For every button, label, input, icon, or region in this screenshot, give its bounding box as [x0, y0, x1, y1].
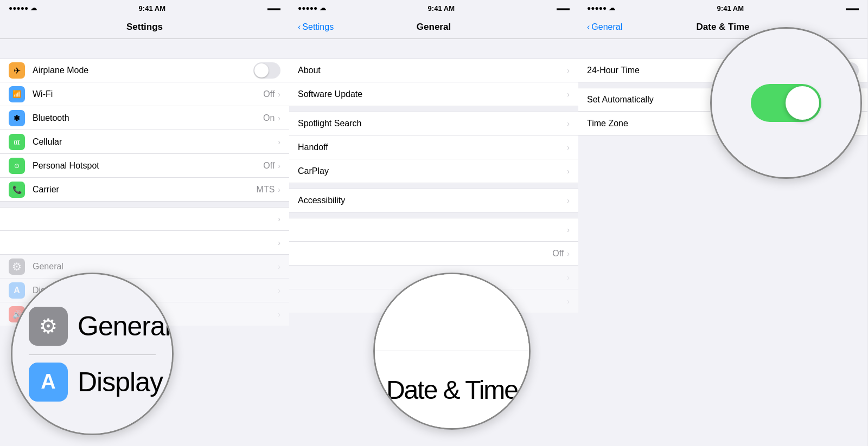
battery-2: ▬▬ [557, 4, 570, 12]
panel-2-general: ●●●●● ☁ 9:41 AM ▬▬ ‹ Settings General Ab… [289, 0, 578, 446]
section-header-1 [0, 39, 289, 59]
bluetooth-icon: ✱ [9, 110, 25, 126]
row-misc2-1[interactable]: › [289, 218, 578, 242]
misc2-2-chevron: › [567, 249, 570, 258]
nav-bar-1: Settings [0, 15, 289, 39]
software-chevron: › [567, 90, 570, 99]
misc2-4-chevron: › [567, 297, 570, 306]
general-label: General [33, 262, 278, 272]
wifi-value: Off [263, 89, 275, 99]
magnifier-circle-2: Date & Time [373, 273, 531, 430]
bluetooth-value: On [263, 113, 275, 123]
about-label: About [298, 66, 567, 75]
cellular-chevron: › [278, 138, 280, 146]
cellular-label: Cellular [33, 137, 278, 147]
display-icon: A [9, 282, 25, 299]
carplay-label: CarPlay [298, 166, 567, 176]
status-bar-2: ●●●●● ☁ 9:41 AM ▬▬ [289, 0, 578, 15]
carrier-value: MTS [257, 185, 275, 195]
airplane-toggle[interactable] [253, 62, 280, 79]
magnifier-1-general-text: General [78, 311, 170, 342]
bluetooth-label: Bluetooth [33, 113, 263, 123]
row-software-update[interactable]: Software Update › [289, 82, 578, 106]
status-bar-1: ●●●●● ☁ 9:41 AM ▬▬ [0, 0, 289, 15]
page-title-2: General [417, 22, 451, 33]
row-hotspot[interactable]: ⊙ Personal Hotspot Off › [0, 154, 289, 178]
magnifier-1-display-text: Display [78, 366, 163, 398]
row-airplane-mode[interactable]: ✈ Airplane Mode [0, 59, 289, 82]
about-chevron: › [567, 66, 570, 75]
airplane-label: Airplane Mode [33, 66, 253, 75]
row-accessibility[interactable]: Accessibility › [289, 189, 578, 212]
spotlight-chevron: › [567, 119, 570, 128]
misc2-3-chevron: › [567, 273, 570, 282]
carplay-chevron: › [567, 167, 570, 176]
row-general[interactable]: ⚙ General › [0, 255, 289, 279]
display-chevron: › [278, 286, 280, 295]
time-1: 9:41 AM [139, 4, 165, 12]
battery-3: ▬▬ [846, 4, 859, 12]
general-group-2: Spotlight Search › Handoff › CarPlay › [289, 112, 578, 183]
back-button-3[interactable]: ‹ General [587, 22, 622, 32]
nav-bar-2: ‹ Settings General [289, 15, 578, 39]
section-header-2 [289, 39, 578, 59]
wifi-label: Wi-Fi [33, 89, 263, 99]
row-misc-2[interactable]: › [0, 231, 289, 255]
back-chevron-3: ‹ [587, 22, 590, 32]
section-sep-2c [289, 212, 578, 218]
general-group-3: Accessibility › [289, 189, 578, 212]
row-misc-1[interactable]: › [0, 207, 289, 231]
general-group-1: About › Software Update › [289, 59, 578, 106]
hotspot-chevron: › [278, 161, 280, 170]
misc2-2-value: Off [552, 249, 564, 258]
bluetooth-chevron: › [278, 114, 280, 122]
misc-1-chevron: › [278, 215, 280, 223]
hotspot-label: Personal Hotspot [33, 161, 263, 171]
battery-1: ▬▬ [267, 4, 280, 12]
magnifier-circle-1: ⚙ General A Display [11, 273, 174, 435]
time-2: 9:41 AM [428, 4, 455, 12]
row-spotlight[interactable]: Spotlight Search › [289, 112, 578, 135]
section-sep-1 [0, 202, 289, 207]
row-carplay[interactable]: CarPlay › [289, 159, 578, 183]
row-bluetooth[interactable]: ✱ Bluetooth On › [0, 106, 289, 130]
general-icon: ⚙ [9, 258, 25, 275]
general-chevron: › [278, 262, 280, 271]
misc2-1-chevron: › [567, 225, 570, 234]
status-bar-3: ●●●●● ☁ 9:41 AM ▬▬ [578, 0, 867, 15]
row-handoff[interactable]: Handoff › [289, 135, 578, 159]
row-about[interactable]: About › [289, 59, 578, 82]
settings-group-1: ✈ Airplane Mode 📶 Wi-Fi Off › ✱ Bluetoot… [0, 59, 289, 202]
handoff-label: Handoff [298, 143, 567, 152]
accessibility-label: Accessibility [298, 196, 567, 205]
magnifier-circle-3 [710, 27, 862, 179]
panel-3-datetime: ●●●●● ☁ 9:41 AM ▬▬ ‹ General Date & Time… [578, 0, 867, 446]
page-title-3: Date & Time [697, 22, 750, 33]
wifi-icon: 📶 [9, 86, 25, 102]
misc-2-chevron: › [278, 238, 280, 247]
hotspot-icon: ⊙ [9, 158, 25, 174]
row-wifi[interactable]: 📶 Wi-Fi Off › [0, 82, 289, 106]
carrier-chevron: › [278, 185, 280, 194]
sounds-chevron: › [278, 310, 280, 319]
row-cellular[interactable]: ((( Cellular › [0, 130, 289, 154]
handoff-chevron: › [567, 143, 570, 152]
back-chevron-2: ‹ [298, 22, 301, 32]
carrier-label: Carrier [33, 185, 257, 195]
row-misc2-2[interactable]: Off › [289, 242, 578, 266]
software-label: Software Update [298, 89, 567, 99]
back-label-2: Settings [302, 22, 334, 32]
accessibility-chevron: › [567, 196, 570, 205]
section-sep-2a [289, 106, 578, 112]
page-title-1: Settings [126, 22, 163, 33]
signal-status-2: ●●●●● ☁ [298, 4, 326, 12]
nav-bar-3: ‹ General Date & Time [578, 15, 867, 39]
row-carrier[interactable]: 📞 Carrier MTS › [0, 178, 289, 202]
signal-status-1: ●●●●● ☁ [9, 4, 37, 12]
magnifier-3-toggle [751, 84, 821, 122]
spotlight-label: Spotlight Search [298, 119, 567, 128]
back-button-2[interactable]: ‹ Settings [298, 22, 334, 32]
panel-1-settings: ●●●●● ☁ 9:41 AM ▬▬ Settings ✈ Airplane M… [0, 0, 289, 446]
wifi-chevron: › [278, 90, 280, 99]
airplane-icon: ✈ [9, 62, 25, 79]
